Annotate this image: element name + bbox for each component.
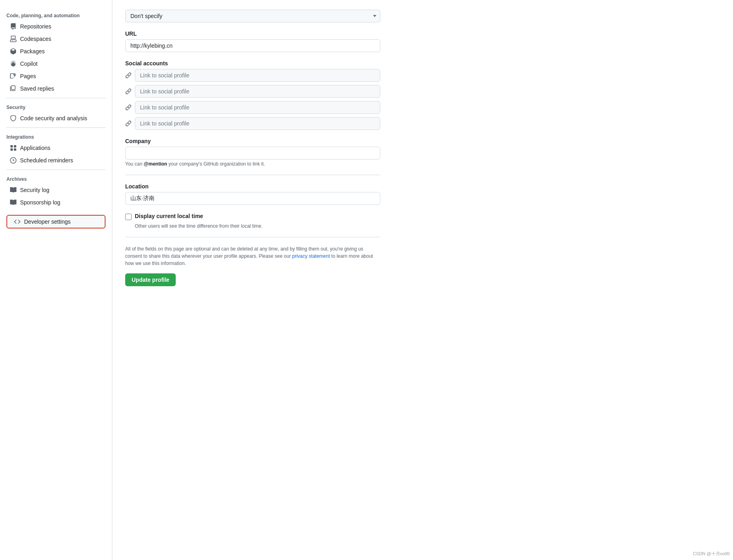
pronoun-group: Don't specify they/them she/her he/him C… — [125, 10, 380, 22]
sidebar-item-label: Code security and analysis — [20, 115, 87, 121]
company-group: Company You can @mention your company's … — [125, 138, 380, 167]
sidebar-section-security: Security Code security and analysis — [0, 101, 112, 124]
local-time-row: Display current local time — [125, 213, 380, 220]
sidebar-item-security-log[interactable]: Security log — [3, 184, 109, 196]
sidebar-section-label-integrations: Integrations — [0, 131, 112, 142]
url-input[interactable] — [125, 39, 380, 52]
sidebar-item-repositories[interactable]: Repositories — [3, 20, 109, 32]
sidebar-item-label: Saved replies — [20, 85, 54, 92]
sidebar-section-code: Code, planning, and automation Repositor… — [0, 10, 112, 95]
pronoun-select-wrapper: Don't specify they/them she/her he/him C… — [125, 10, 380, 22]
sidebar-item-applications[interactable]: Applications — [3, 142, 109, 154]
social-input-3[interactable] — [135, 101, 380, 114]
log2-icon — [10, 199, 17, 206]
social-row-4 — [125, 117, 380, 130]
sidebar-item-label: Applications — [20, 145, 51, 151]
sidebar-item-scheduled-reminders[interactable]: Scheduled reminders — [3, 154, 109, 166]
main-content: Don't specify they/them she/her he/him C… — [112, 0, 393, 560]
privacy-statement-link[interactable]: privacy statement — [292, 253, 330, 259]
sidebar: Code, planning, and automation Repositor… — [0, 0, 112, 560]
pages-icon — [10, 73, 17, 80]
sidebar-item-codespaces[interactable]: Codespaces — [3, 33, 109, 45]
sidebar-item-saved-replies[interactable]: Saved replies — [3, 83, 109, 95]
social-input-4[interactable] — [135, 117, 380, 130]
local-time-group: Display current local time Other users w… — [125, 213, 380, 229]
local-time-checkbox[interactable] — [125, 214, 132, 220]
sidebar-item-packages[interactable]: Packages — [3, 45, 109, 57]
repo-icon — [10, 23, 17, 30]
link-icon-1 — [125, 72, 132, 79]
social-input-2[interactable] — [135, 85, 380, 98]
sidebar-item-label: Pages — [20, 73, 36, 79]
main-divider-info — [125, 237, 380, 237]
sidebar-divider-3 — [6, 170, 106, 170]
copilot-icon — [10, 60, 17, 67]
sidebar-section-archives: Archives Security log Sponsorship log — [0, 173, 112, 208]
sidebar-item-label: Security log — [20, 187, 49, 193]
sidebar-section-label-archives: Archives — [0, 173, 112, 184]
sidebar-item-label: Codespaces — [20, 36, 51, 42]
apps-icon — [10, 144, 17, 152]
sidebar-item-label: Developer settings — [24, 218, 71, 225]
social-accounts-label: Social accounts — [125, 60, 380, 67]
social-row-3 — [125, 101, 380, 114]
sidebar-section-label-security: Security — [0, 101, 112, 112]
location-input[interactable] — [125, 192, 380, 205]
update-profile-button[interactable]: Update profile — [125, 273, 176, 286]
company-input[interactable] — [125, 147, 380, 160]
sidebar-item-label: Repositories — [20, 23, 51, 30]
local-time-hint: Other users will see the time difference… — [135, 223, 380, 229]
sidebar-item-sponsorship-log[interactable]: Sponsorship log — [3, 196, 109, 208]
link-icon-4 — [125, 120, 132, 127]
pronoun-select[interactable]: Don't specify they/them she/her he/him C… — [125, 10, 380, 22]
company-hint-mention: @mention — [144, 161, 167, 167]
company-hint-prefix: You can — [125, 161, 144, 167]
sidebar-item-developer-settings[interactable]: Developer settings — [6, 215, 106, 228]
main-divider-company — [125, 175, 380, 175]
clock-icon — [10, 157, 17, 164]
sidebar-item-label: Sponsorship log — [20, 199, 60, 206]
social-row-2 — [125, 85, 380, 98]
watermark: CSDN @十月oo00 — [693, 551, 730, 557]
company-hint-suffix: your company's GitHub organization to li… — [167, 161, 265, 167]
social-accounts-group: Social accounts — [125, 60, 380, 130]
saved-replies-icon — [10, 85, 17, 92]
codespaces-icon — [10, 35, 17, 42]
sidebar-item-copilot[interactable]: Copilot — [3, 58, 109, 70]
company-hint: You can @mention your company's GitHub o… — [125, 161, 380, 167]
link-icon-3 — [125, 104, 132, 111]
code-icon — [14, 218, 21, 225]
link-icon-2 — [125, 88, 132, 95]
sidebar-item-label: Copilot — [20, 61, 38, 67]
company-label: Company — [125, 138, 380, 144]
sidebar-item-label: Scheduled reminders — [20, 157, 73, 164]
sidebar-item-label: Packages — [20, 48, 45, 55]
social-row-1 — [125, 69, 380, 82]
url-label: URL — [125, 30, 380, 37]
sidebar-item-pages[interactable]: Pages — [3, 70, 109, 82]
local-time-label[interactable]: Display current local time — [135, 213, 203, 219]
location-label: Location — [125, 183, 380, 190]
packages-icon — [10, 48, 17, 55]
sidebar-divider-1 — [6, 98, 106, 98]
sidebar-item-code-security[interactable]: Code security and analysis — [3, 112, 109, 124]
url-group: URL — [125, 30, 380, 52]
sidebar-divider-2 — [6, 127, 106, 128]
social-input-1[interactable] — [135, 69, 380, 82]
sidebar-section-integrations: Integrations Applications Scheduled remi… — [0, 131, 112, 166]
info-text: All of the fields on this page are optio… — [125, 245, 380, 267]
location-group: Location — [125, 183, 380, 205]
shield-icon — [10, 115, 17, 122]
sidebar-section-label-code: Code, planning, and automation — [0, 10, 112, 20]
log-icon — [10, 186, 17, 194]
